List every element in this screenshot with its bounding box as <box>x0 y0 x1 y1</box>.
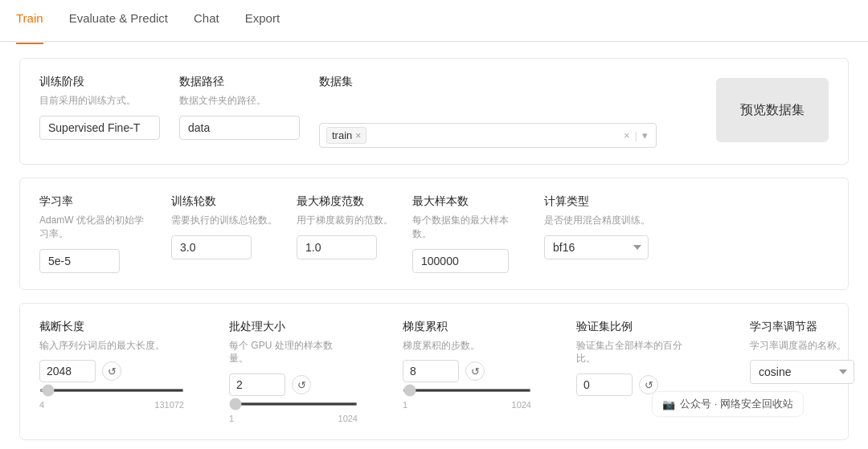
desc-max-grad-norm: 用于梯度裁剪的范数。 <box>297 214 393 227</box>
field-val-ratio: 验证集比例 验证集占全部样本的百分比。 ↺ <box>576 320 705 397</box>
desc-batch-size: 每个 GPU 处理的样本数量。 <box>229 339 350 366</box>
label-lr-scheduler: 学习率调节器 <box>750 320 862 334</box>
tag-close-btn[interactable]: × <box>355 130 361 141</box>
label-val-ratio: 验证集比例 <box>576 320 705 334</box>
field-data-path: 数据路径 数据文件夹的路径。 <box>179 75 300 140</box>
nav-tabs: Train Evaluate & Predict Chat Export <box>0 0 868 42</box>
clear-dataset-icon[interactable]: × <box>622 128 632 143</box>
field-grad-accum: 梯度累积 梯度累积的步数。 ↺ 1 1024 <box>403 320 531 410</box>
tag-label: train <box>332 129 352 141</box>
section-data-config: 训练阶段 目前采用的训练方式。 数据路径 数据文件夹的路径。 数据集 <box>19 58 849 165</box>
desc-training-stage: 目前采用的训练方式。 <box>39 94 160 108</box>
field-training-stage: 训练阶段 目前采用的训练方式。 <box>39 75 160 140</box>
label-training-stage: 训练阶段 <box>39 75 160 89</box>
select-lr-scheduler[interactable]: cosine linear constant cosine_with_resta… <box>750 360 854 384</box>
slider-batch-size[interactable] <box>229 402 358 406</box>
field-compute-type: 计算类型 是否使用混合精度训练。 bf16 fp16 fp32 none <box>544 194 650 259</box>
select-compute-type[interactable]: bf16 fp16 fp32 none <box>544 235 649 259</box>
label-data-path: 数据路径 <box>179 75 300 89</box>
input-train-epochs[interactable] <box>171 235 252 259</box>
slider-cutoff-len[interactable] <box>39 389 184 392</box>
train-params-row: 学习率 AdamW 优化器的初始学习率。 训练轮数 需要执行的训练总轮数。 最大… <box>39 194 829 273</box>
dataset-section: 训练阶段 目前采用的训练方式。 数据路径 数据文件夹的路径。 数据集 <box>39 75 829 148</box>
desc-max-samples: 每个数据集的最大样本数。 <box>412 214 525 241</box>
input-data-path[interactable] <box>179 116 300 140</box>
reset-grad-btn[interactable]: ↺ <box>465 361 485 381</box>
reset-batch-btn[interactable]: ↺ <box>292 375 311 394</box>
field-max-grad-norm: 最大梯度范数 用于梯度裁剪的范数。 <box>297 194 393 259</box>
watermark: 📷 公众号 · 网络安全回收站 <box>652 391 804 417</box>
tab-evaluate[interactable]: Evaluate & Predict <box>69 0 168 44</box>
desc-lr-scheduler: 学习率调度器的名称。 <box>750 339 862 353</box>
input-learning-rate[interactable] <box>39 249 120 273</box>
section-train-params: 学习率 AdamW 优化器的初始学习率。 训练轮数 需要执行的训练总轮数。 最大… <box>19 178 849 290</box>
cutoff-min-label: 4 <box>39 400 44 410</box>
label-grad-accum: 梯度累积 <box>403 320 531 334</box>
label-compute-type: 计算类型 <box>544 194 650 209</box>
preview-dataset-button[interactable]: 预览数据集 <box>716 78 829 142</box>
cutoff-range-labels: 4 131072 <box>39 400 184 410</box>
tab-export[interactable]: Export <box>245 0 280 44</box>
watermark-icon: 📷 <box>662 398 675 410</box>
section-advanced-params: 截断长度 输入序列分词后的最大长度。 ↺ 4 131072 批处理大小 每个 G… <box>19 303 849 441</box>
tab-chat[interactable]: Chat <box>194 0 219 44</box>
label-cutoff-len: 截断长度 <box>39 320 184 334</box>
input-val-ratio[interactable] <box>576 373 633 396</box>
input-max-samples[interactable] <box>412 249 509 273</box>
desc-grad-accum: 梯度累积的步数。 <box>403 339 523 353</box>
tab-train[interactable]: Train <box>16 0 43 44</box>
cutoff-input-row: ↺ <box>39 360 184 382</box>
label-learning-rate: 学习率 <box>39 194 152 209</box>
field-batch-size: 批处理大小 每个 GPU 处理的样本数量。 ↺ 1 1024 <box>229 320 358 424</box>
label-max-samples: 最大样本数 <box>412 194 525 209</box>
batch-input-row: ↺ <box>229 373 358 396</box>
dataset-right: 预览数据集 <box>716 78 829 142</box>
input-training-stage[interactable] <box>39 116 160 140</box>
input-grad-accum[interactable] <box>403 360 459 382</box>
dataset-tag-train: train × <box>326 127 366 144</box>
field-dataset: 数据集 train × × | ▾ <box>319 75 697 148</box>
desc-data-path: 数据文件夹的路径。 <box>179 94 300 108</box>
field-lr-scheduler: 学习率调节器 学习率调度器的名称。 cosine linear constant… <box>750 320 862 385</box>
desc-train-epochs: 需要执行的训练总轮数。 <box>171 214 277 227</box>
batch-range-labels: 1 1024 <box>229 414 358 423</box>
field-learning-rate: 学习率 AdamW 优化器的初始学习率。 <box>39 194 152 273</box>
input-max-grad-norm[interactable] <box>297 235 377 259</box>
cutoff-max-label: 131072 <box>154 400 184 410</box>
label-batch-size: 批处理大小 <box>229 320 358 334</box>
slider-grad-accum[interactable] <box>403 389 531 392</box>
watermark-text: 公众号 · 网络安全回收站 <box>680 397 793 411</box>
grad-range-labels: 1 1024 <box>403 400 531 410</box>
dataset-icons: × | ▾ <box>622 128 649 143</box>
dropdown-dataset-icon[interactable]: ▾ <box>641 128 649 143</box>
label-dataset: 数据集 <box>319 75 697 89</box>
dataset-left: 训练阶段 目前采用的训练方式。 数据路径 数据文件夹的路径。 数据集 <box>39 75 697 148</box>
label-train-epochs: 训练轮数 <box>171 194 277 209</box>
desc-val-ratio: 验证集占全部样本的百分比。 <box>576 339 697 366</box>
field-train-epochs: 训练轮数 需要执行的训练总轮数。 <box>171 194 277 259</box>
field-cutoff-len: 截断长度 输入序列分词后的最大长度。 ↺ 4 131072 <box>39 320 184 410</box>
label-max-grad-norm: 最大梯度范数 <box>297 194 393 209</box>
batch-max-label: 1024 <box>338 414 358 423</box>
desc-cutoff-len: 输入序列分词后的最大长度。 <box>39 339 168 353</box>
desc-compute-type: 是否使用混合精度训练。 <box>544 214 650 227</box>
input-cutoff-len[interactable] <box>39 360 96 382</box>
dataset-input[interactable]: train × × | ▾ <box>319 123 657 148</box>
batch-min-label: 1 <box>229 414 234 423</box>
reset-cutoff-btn[interactable]: ↺ <box>102 361 121 381</box>
input-batch-size[interactable] <box>229 373 285 396</box>
field-max-samples: 最大样本数 每个数据集的最大样本数。 <box>412 194 525 273</box>
grad-min-label: 1 <box>403 400 407 410</box>
main-content: 训练阶段 目前采用的训练方式。 数据路径 数据文件夹的路径。 数据集 <box>0 42 868 449</box>
grad-input-row: ↺ <box>403 360 531 382</box>
desc-learning-rate: AdamW 优化器的初始学习率。 <box>39 214 152 241</box>
grad-max-label: 1024 <box>512 400 531 410</box>
